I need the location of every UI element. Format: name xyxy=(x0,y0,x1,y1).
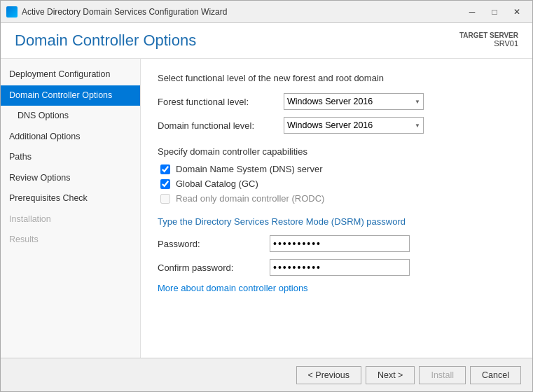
main-body: Deployment ConfigurationDomain Controlle… xyxy=(1,59,532,358)
domain-functional-level-label: Domain functional level: xyxy=(158,120,284,131)
page-title: Domain Controller Options xyxy=(15,31,196,50)
capabilities-section: Specify domain controller capabilities D… xyxy=(158,146,515,204)
dns-server-checkbox[interactable] xyxy=(160,164,170,174)
sidebar-item-deployment-configuration[interactable]: Deployment Configuration xyxy=(1,64,140,85)
previous-button[interactable]: < Previous xyxy=(296,366,361,384)
functional-level-label: Select functional level of the new fores… xyxy=(158,73,515,83)
sidebar-item-results: Results xyxy=(1,230,140,251)
app-icon xyxy=(6,6,18,18)
global-catalog-row: Global Catalog (GC) xyxy=(160,178,515,189)
forest-functional-level-label: Forest functional level: xyxy=(158,97,284,107)
title-bar-controls: ─ □ ✕ xyxy=(462,4,527,20)
title-bar-text: Active Directory Domain Services Configu… xyxy=(22,7,462,17)
password-row: Password: xyxy=(158,235,515,252)
sidebar: Deployment ConfigurationDomain Controlle… xyxy=(1,59,141,358)
password-label: Password: xyxy=(158,239,270,249)
confirm-password-label: Confirm password: xyxy=(158,262,270,273)
install-button[interactable]: Install xyxy=(419,366,466,384)
target-server: TARGET SERVER SRV01 xyxy=(459,31,518,48)
target-server-value: SRV01 xyxy=(459,39,518,48)
sidebar-item-dns-options[interactable]: DNS Options xyxy=(1,106,140,127)
wizard-window: Active Directory Domain Services Configu… xyxy=(0,0,533,392)
dsrm-label: Type the Directory Services Restore Mode… xyxy=(158,216,515,227)
forest-functional-level-row: Forest functional level: Windows Server … xyxy=(158,93,515,110)
rodc-row: Read only domain controller (RODC) xyxy=(160,193,515,204)
close-button[interactable]: ✕ xyxy=(507,4,527,20)
minimize-button[interactable]: ─ xyxy=(462,4,482,20)
confirm-password-row: Confirm password: xyxy=(158,259,515,276)
dns-server-label: Domain Name System (DNS) server xyxy=(176,164,323,174)
sidebar-item-paths[interactable]: Paths xyxy=(1,147,140,168)
domain-functional-level-row: Domain functional level: Windows Server … xyxy=(158,117,515,134)
confirm-password-input[interactable] xyxy=(270,259,410,276)
maximize-button[interactable]: □ xyxy=(485,4,504,20)
dns-server-row: Domain Name System (DNS) server xyxy=(160,164,515,174)
global-catalog-label: Global Catalog (GC) xyxy=(176,178,258,189)
rodc-checkbox[interactable] xyxy=(160,194,170,204)
domain-functional-level-select-wrapper: Windows Server 2016Windows Server 2012 R… xyxy=(284,117,424,134)
capabilities-label: Specify domain controller capabilities xyxy=(158,146,515,157)
more-link[interactable]: More about domain controller options xyxy=(158,283,308,293)
sidebar-item-installation: Installation xyxy=(1,209,140,230)
sidebar-item-prerequisites-check[interactable]: Prerequisites Check xyxy=(1,188,140,209)
rodc-label: Read only domain controller (RODC) xyxy=(176,193,324,204)
title-bar: Active Directory Domain Services Configu… xyxy=(1,1,532,23)
domain-functional-level-select[interactable]: Windows Server 2016Windows Server 2012 R… xyxy=(284,117,424,134)
sidebar-item-additional-options[interactable]: Additional Options xyxy=(1,127,140,148)
password-input[interactable] xyxy=(270,235,410,252)
footer: < Previous Next > Install Cancel xyxy=(1,358,532,391)
forest-functional-level-select-wrapper: Windows Server 2016Windows Server 2012 R… xyxy=(284,93,424,110)
sidebar-item-domain-controller-options[interactable]: Domain Controller Options xyxy=(1,85,140,106)
target-server-label: TARGET SERVER xyxy=(459,31,518,39)
dsrm-section: Type the Directory Services Restore Mode… xyxy=(158,216,515,276)
forest-functional-level-select[interactable]: Windows Server 2016Windows Server 2012 R… xyxy=(284,93,424,110)
cancel-button[interactable]: Cancel xyxy=(470,366,521,384)
next-button[interactable]: Next > xyxy=(366,366,415,384)
global-catalog-checkbox[interactable] xyxy=(160,179,170,189)
sidebar-item-review-options[interactable]: Review Options xyxy=(1,168,140,189)
page-header: Domain Controller Options TARGET SERVER … xyxy=(1,23,532,59)
main-panel: Select functional level of the new fores… xyxy=(141,59,532,358)
